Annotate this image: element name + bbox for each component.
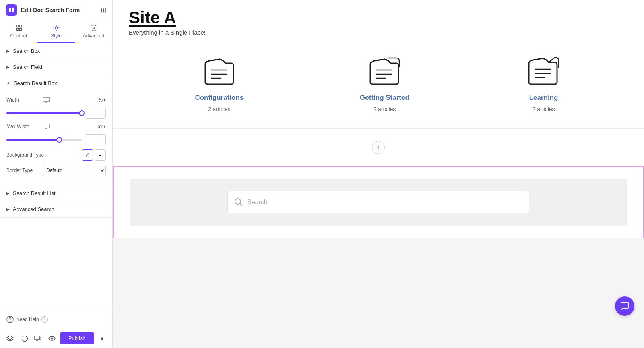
bg-type-buttons: ✓ ▪	[82, 149, 106, 161]
category-count-1: 2 articles	[373, 106, 396, 112]
max-width-row: Max Width px ▾	[6, 123, 106, 130]
max-width-monitor-icon[interactable]	[42, 123, 51, 130]
advanced-search-label: Advanced Search	[13, 206, 54, 212]
width-label: Width	[6, 97, 39, 103]
category-card-2[interactable]: Learning 2 articles	[526, 56, 562, 112]
svg-rect-6	[16, 29, 18, 31]
bg-btn-image[interactable]: ▪	[95, 149, 106, 161]
arrow-advanced-search: ▶	[6, 207, 10, 211]
search-box-label: Search Box	[13, 48, 40, 54]
section-search-field[interactable]: ▶ Search Field	[0, 59, 112, 75]
svg-rect-7	[19, 29, 21, 31]
background-type-row: Background Type ✓ ▪	[6, 149, 106, 161]
tab-advanced[interactable]: Advanced	[75, 20, 112, 43]
panel-header: Edit Doc Search Form ⊞	[0, 0, 112, 20]
width-input[interactable]: 100	[85, 108, 106, 119]
search-icon	[234, 198, 243, 207]
svg-point-21	[10, 321, 10, 322]
tab-advanced-label: Advanced	[83, 33, 104, 39]
section-advanced-search[interactable]: ▶ Advanced Search	[0, 201, 112, 218]
svg-rect-3	[12, 10, 14, 12]
chevron-up-icon[interactable]: ▲	[97, 332, 107, 345]
max-width-input[interactable]: 1600	[85, 134, 106, 145]
category-icon-1	[366, 56, 402, 90]
left-panel: Edit Doc Search Form ⊞ Content Style Adv…	[0, 0, 113, 348]
background-type-label: Background Type	[6, 152, 44, 158]
width-unit-chevron: ▾	[103, 97, 106, 103]
border-type-select[interactable]: Default	[42, 165, 106, 176]
site-subtitle: Everything in a Single Place!	[129, 29, 628, 36]
need-help[interactable]: Need Help ?	[6, 316, 106, 323]
max-width-label: Max Width	[6, 124, 39, 129]
svg-rect-5	[19, 25, 21, 27]
eye-icon[interactable]	[46, 332, 57, 345]
category-name-0: Configurations	[195, 94, 244, 102]
width-unit-select[interactable]: % ▾	[98, 97, 106, 103]
search-box-wrapper: Search	[130, 179, 627, 226]
site-header: Site A Everything in a Single Place!	[113, 0, 644, 40]
svg-point-27	[51, 338, 53, 339]
max-width-slider[interactable]	[6, 139, 82, 141]
tab-bar: Content Style Advanced	[0, 20, 112, 43]
search-field-label: Search Field	[13, 64, 42, 70]
add-section-button[interactable]: +	[372, 141, 385, 154]
search-result-box-label: Search Result Box	[14, 80, 57, 86]
publish-button[interactable]: Publish	[60, 332, 94, 344]
category-card-1[interactable]: Getting Started 2 articles	[360, 56, 409, 112]
site-title: Site A	[129, 8, 628, 27]
search-result-box-content: Width % ▾ 100 Max Width	[0, 91, 112, 185]
categories-section: Configurations 2 articles Getting Starte…	[113, 40, 644, 128]
border-type-row: Border Type Default	[6, 165, 106, 176]
section-search-box[interactable]: ▶ Search Box	[0, 43, 112, 59]
add-section: +	[113, 128, 644, 166]
history-icon[interactable]	[19, 332, 29, 345]
svg-point-8	[55, 27, 58, 29]
layers-icon[interactable]	[5, 332, 15, 345]
arrow-search-box: ▶	[6, 49, 10, 53]
category-name-2: Learning	[529, 94, 558, 102]
responsive-icon[interactable]	[33, 332, 43, 345]
tab-style[interactable]: Style	[37, 20, 75, 43]
arrow-search-field: ▶	[6, 65, 10, 69]
arrow-search-result-box: ▼	[6, 81, 10, 85]
svg-rect-24	[40, 338, 41, 340]
svg-rect-4	[16, 25, 18, 27]
svg-rect-17	[43, 124, 50, 128]
search-section[interactable]: Search	[113, 166, 644, 238]
section-search-result-box[interactable]: ▼ Search Result Box	[0, 75, 112, 91]
svg-rect-2	[9, 10, 11, 12]
grid-icon[interactable]: ⊞	[101, 6, 107, 14]
width-slider[interactable]	[6, 112, 82, 114]
width-row: Width % ▾	[6, 96, 106, 104]
category-count-2: 2 articles	[533, 106, 555, 112]
bottom-bar: Need Help ?	[0, 311, 112, 328]
svg-line-38	[240, 204, 243, 206]
search-input-box[interactable]: Search	[227, 191, 529, 213]
svg-rect-1	[12, 8, 14, 10]
panel-title: Edit Doc Search Form	[21, 7, 97, 13]
width-monitor-icon[interactable]	[42, 96, 51, 104]
svg-rect-14	[43, 97, 50, 102]
svg-rect-23	[35, 336, 39, 340]
panel-content: ▶ Search Box ▶ Search Field ▼ Search Res…	[0, 43, 112, 311]
help-info-icon[interactable]: ?	[41, 316, 48, 323]
tab-content[interactable]: Content	[0, 20, 37, 43]
bg-btn-gradient[interactable]: ✓	[82, 149, 93, 161]
max-width-slider-row: 1600	[6, 134, 106, 145]
section-search-result-list[interactable]: ▶ Search Result List	[0, 185, 112, 201]
max-width-unit-select[interactable]: px ▾	[97, 124, 106, 129]
panel-logo	[6, 4, 17, 16]
category-icon-2	[526, 56, 562, 90]
category-name-1: Getting Started	[360, 94, 409, 102]
search-placeholder-text: Search	[247, 199, 268, 206]
width-unit-value: %	[98, 97, 103, 103]
svg-rect-0	[9, 8, 11, 10]
max-width-unit-value: px	[97, 124, 103, 129]
svg-point-13	[93, 27, 95, 29]
svg-marker-22	[7, 336, 13, 340]
max-width-unit-chevron: ▾	[103, 124, 106, 129]
category-card-0[interactable]: Configurations 2 articles	[195, 56, 244, 112]
width-slider-row: 100	[6, 108, 106, 119]
chat-button[interactable]	[615, 296, 634, 316]
need-help-label: Need Help	[16, 317, 39, 322]
